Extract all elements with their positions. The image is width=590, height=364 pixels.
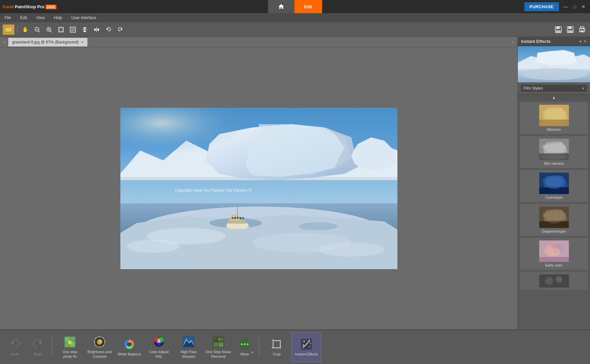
dropdown-row: Film Styles [518,82,590,95]
toolbar: ✋ [0,22,590,37]
menu-edit[interactable]: Edit [18,15,29,21]
zoom-out-button[interactable] [32,24,43,35]
crop-button[interactable]: Crop [262,332,292,362]
svg-point-58 [239,217,241,219]
effects-dropdown-wrapper: Film Styles [520,84,587,92]
effect-label-earlycolor: Early color [545,263,563,267]
menu-bar: File Edit View Help User Interface [0,13,590,22]
effects-category-dropdown[interactable]: Film Styles [520,84,587,92]
color-adjust-hsl-label: Color AdjustHSL [149,350,169,358]
menu-file[interactable]: File [3,15,13,21]
nav-tabs: Edit [268,0,322,13]
redo-button[interactable]: Redo [26,332,49,362]
undo-button[interactable]: Undo [3,332,26,362]
svg-point-139 [215,340,216,341]
effects-list[interactable]: Albumen Box camera [518,100,590,329]
more-dropdown-indicator: ▼ [251,351,254,354]
svg-point-99 [545,277,553,285]
save-as-icon: → [567,26,574,33]
zoom-in-button[interactable] [44,24,54,35]
effect-cyanotype[interactable]: Cyanotype [520,170,588,202]
open-file-button[interactable] [3,24,15,35]
effect-box-camera[interactable]: Box camera [520,136,588,168]
svg-marker-14 [83,27,86,29]
svg-marker-101 [12,341,15,344]
flip-v-button[interactable] [79,24,90,35]
more-svg [238,338,251,350]
svg-rect-2 [5,28,12,32]
noise-removal-svg [212,336,225,348]
active-tab[interactable]: greenland-9.jpg @ 67% (Background) × [8,38,88,46]
svg-rect-26 [568,27,572,29]
high-pass-sharpen-button[interactable]: High PassSharpen [174,332,203,362]
redo-label: Redo [34,352,42,356]
white-balance-svg [123,338,136,350]
folder-icon [5,26,12,33]
earlycolor-preview [539,240,569,262]
effect-label-cyanotype: Cyanotype [545,195,563,199]
panel-header: Instant Effects ▾ ✕ [518,37,590,46]
effect-daguerreotype[interactable]: Daguerreotype [520,204,588,236]
tab-label: greenland-9.jpg @ 67% (Background) [12,40,79,44]
undo-label: Undo [11,352,19,356]
save-button[interactable] [553,24,564,35]
svg-rect-31 [580,30,584,32]
zoom-fit-button[interactable] [68,24,78,35]
svg-point-32 [583,29,584,30]
logo-year: 2020 [46,5,56,9]
noise-removal-label: One Step NoiseRemoval [205,350,231,358]
svg-marker-76 [544,141,566,153]
maximize-button[interactable]: □ [572,3,578,10]
menu-help[interactable]: Help [52,15,64,21]
undo-toolbar-button[interactable] [103,24,114,35]
svg-point-88 [544,209,564,224]
minimize-button[interactable]: — [562,3,570,10]
effect-albumen[interactable]: Albumen [520,102,588,134]
more-icon [238,338,251,351]
effect-partial[interactable] [520,271,588,291]
preview-svg: Copyright Have You Packed The Camera © [518,46,590,82]
one-step-fix-icon [63,335,77,349]
tab-expand-button[interactable]: › [510,39,516,45]
menu-view[interactable]: View [34,15,47,21]
more-button[interactable]: More ▼ [233,332,256,362]
high-pass-sharpen-svg [182,336,195,348]
redo-toolbar-button[interactable] [115,24,126,35]
tab-close-button[interactable]: × [81,40,83,44]
boxcamera-preview [539,139,569,160]
tab-edit[interactable]: Edit [294,0,322,13]
one-step-fix-label: One stepphoto fix [63,350,78,358]
effect-early-color[interactable]: Early color [520,238,588,270]
high-pass-sharpen-label: High PassSharpen [180,350,197,358]
main-area: ‹ greenland-9.jpg @ 67% (Background) × › [0,37,590,329]
logo-psp: PaintShop Pro [15,4,45,9]
brightness-contrast-label: Brightness andContrast [87,350,111,358]
crop-label: Crop [273,352,281,356]
panel-detach-button[interactable]: ▾ [579,39,581,44]
svg-marker-15 [83,30,86,32]
flip-h-button[interactable] [91,24,102,35]
panel-close-button[interactable]: ✕ [583,39,587,44]
white-balance-button[interactable]: White Balance [114,332,144,362]
brightness-contrast-button[interactable]: Brightness andContrast [85,332,114,362]
one-step-fix-button[interactable]: One stepphoto fix [55,332,85,362]
svg-rect-24 [556,30,561,32]
save-as-button[interactable]: → [565,24,575,35]
panel-scroll-up-button[interactable]: ▲ [518,95,590,100]
svg-text:→: → [571,30,574,33]
svg-point-66 [521,68,587,80]
fit-image-button[interactable] [56,24,66,35]
instant-effects-button[interactable]: Instant Effects [292,332,321,362]
color-adjust-hsl-button[interactable]: Color AdjustHSL [144,332,174,362]
canvas-scroll[interactable]: Copyright Have You Packed The Camera © [0,47,517,329]
tab-prev-button[interactable]: ‹ [1,39,8,45]
pan-tool-button[interactable]: ✋ [20,24,31,35]
svg-point-55 [232,217,233,219]
print-button[interactable] [577,24,587,35]
close-button[interactable]: ✕ [579,3,587,10]
purchase-button[interactable]: PURCHASE [524,2,559,11]
menu-user-interface[interactable]: User Interface [70,15,98,21]
noise-removal-button[interactable]: One Step NoiseRemoval [203,332,233,362]
svg-point-128 [157,340,161,343]
tab-home[interactable] [268,0,294,13]
